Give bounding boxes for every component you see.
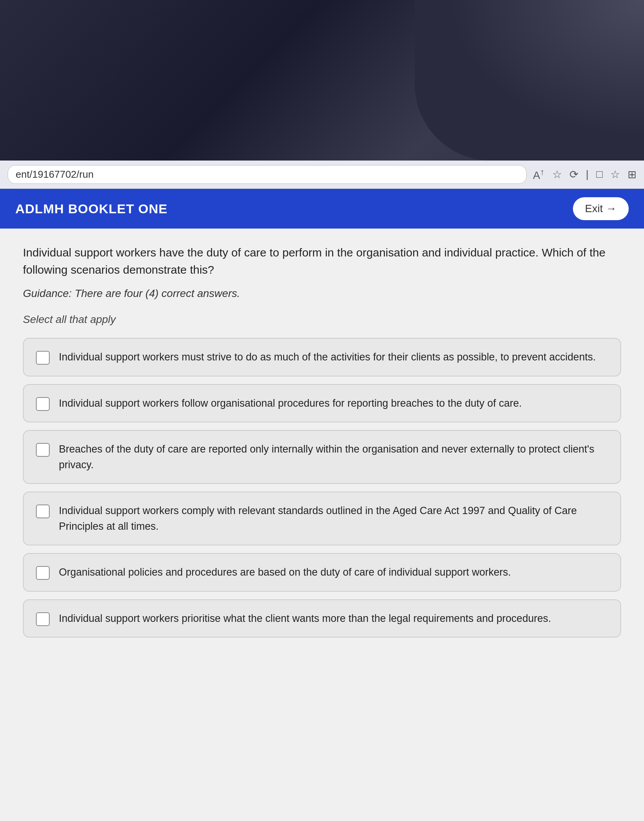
header-title: ADLMH BOOKLET ONE: [15, 201, 168, 216]
options-list: Individual support workers must strive t…: [23, 338, 621, 638]
font-size-icon[interactable]: A↑: [533, 167, 544, 182]
select-all-label: Select all that apply: [23, 313, 621, 326]
option-checkbox-6[interactable]: [36, 612, 50, 626]
option-item-2[interactable]: Individual support workers follow organi…: [23, 384, 621, 423]
top-background-area: [0, 0, 644, 161]
option-item-3[interactable]: Breaches of the duty of care are reporte…: [23, 430, 621, 484]
option-item-6[interactable]: Individual support workers prioritise wh…: [23, 599, 621, 638]
guidance-text: Guidance: There are four (4) correct ans…: [23, 287, 621, 300]
option-text-3: Breaches of the duty of care are reporte…: [59, 441, 608, 472]
divider: |: [586, 168, 589, 180]
grid-icon[interactable]: ⊞: [628, 168, 636, 181]
option-text-6: Individual support workers prioritise wh…: [59, 611, 551, 626]
browser-icons: A↑ ☆ ⟳ | □ ☆ ⊞: [533, 167, 636, 182]
option-text-2: Individual support workers follow organi…: [59, 396, 522, 411]
option-item-1[interactable]: Individual support workers must strive t…: [23, 338, 621, 376]
refresh-icon[interactable]: ⟳: [569, 168, 578, 181]
option-item-5[interactable]: Organisational policies and procedures a…: [23, 553, 621, 592]
option-checkbox-2[interactable]: [36, 397, 50, 411]
option-checkbox-5[interactable]: [36, 566, 50, 580]
question-text: Individual support workers have the duty…: [23, 244, 621, 278]
option-checkbox-3[interactable]: [36, 443, 50, 457]
option-checkbox-1[interactable]: [36, 351, 50, 365]
url-bar[interactable]: ent/19167702/run: [8, 165, 527, 184]
exit-button[interactable]: Exit →: [573, 197, 629, 220]
browser-bar: ent/19167702/run A↑ ☆ ⟳ | □ ☆ ⊞: [0, 161, 644, 189]
option-item-4[interactable]: Individual support workers comply with r…: [23, 492, 621, 545]
star-icon[interactable]: ☆: [610, 168, 620, 181]
favorite-icon[interactable]: ☆: [552, 168, 562, 181]
option-text-5: Organisational policies and procedures a…: [59, 565, 511, 580]
option-text-1: Individual support workers must strive t…: [59, 349, 596, 365]
main-content: Individual support workers have the duty…: [0, 229, 644, 821]
tab-icon[interactable]: □: [596, 168, 603, 180]
option-checkbox-4[interactable]: [36, 505, 50, 518]
header-bar: ADLMH BOOKLET ONE Exit →: [0, 189, 644, 229]
option-text-4: Individual support workers comply with r…: [59, 503, 608, 534]
